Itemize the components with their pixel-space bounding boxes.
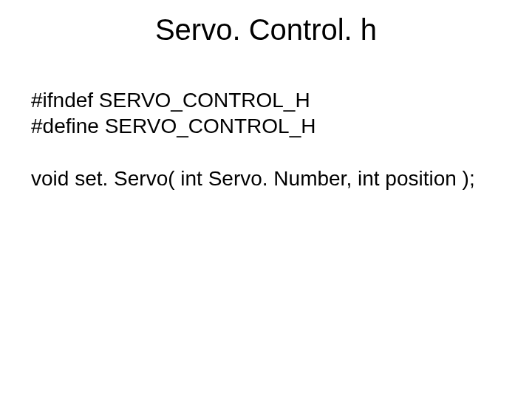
slide-title: Servo. Control. h	[0, 13, 532, 47]
slide: Servo. Control. h #ifndef SERVO_CONTROL_…	[0, 0, 532, 399]
slide-body: #ifndef SERVO_CONTROL_H #define SERVO_CO…	[31, 87, 501, 191]
blank-line	[31, 139, 501, 166]
code-line-2: #define SERVO_CONTROL_H	[31, 113, 501, 139]
code-line-3: void set. Servo( int Servo. Number, int …	[31, 166, 501, 191]
code-line-1: #ifndef SERVO_CONTROL_H	[31, 87, 501, 113]
